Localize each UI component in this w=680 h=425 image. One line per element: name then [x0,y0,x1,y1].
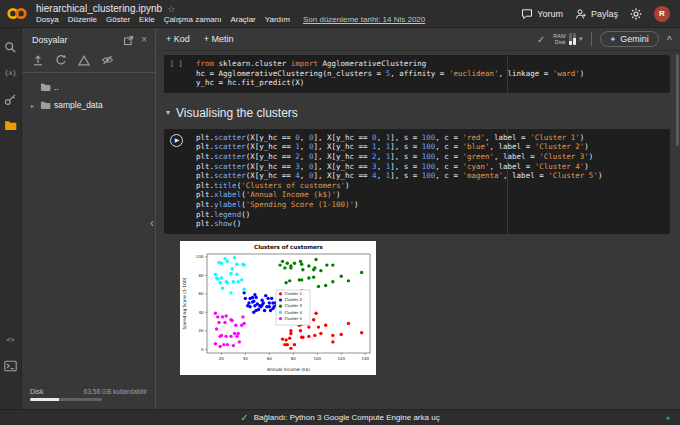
svg-text:Cluster 3: Cluster 3 [285,303,303,308]
disk-label: Disk [30,388,44,395]
add-text-button[interactable]: + Metin [204,34,234,44]
variables-icon: {x} [4,69,17,77]
files-tab-button[interactable] [4,118,18,132]
open-in-tab-button[interactable] [123,35,134,46]
main-area: {x} <> Dosyalar × [0,28,680,409]
connection-status-text[interactable]: Bağlandı: Python 3 Google Compute Engine… [254,413,440,422]
disk-usage-bar [30,398,102,401]
share-button[interactable]: Paylaş [575,8,618,20]
open-in-new-icon [123,35,134,46]
svg-text:Spending Score (1-100): Spending Score (1-100) [182,277,187,329]
toggle-hidden-files-button[interactable] [101,54,114,66]
files-panel: Dosyalar × ..▸sample [22,28,156,409]
mount-drive-button[interactable] [78,55,90,66]
chevron-down-icon[interactable]: ▾ [166,108,170,117]
output-chart: Clusters of customers2040608010012014002… [180,241,376,375]
svg-text:20: 20 [198,328,204,333]
menu-göster[interactable]: Göster [106,15,130,25]
resources-button[interactable]: RAM Disk ▾ [553,33,582,45]
close-panel-button[interactable]: × [141,35,147,45]
settings-button[interactable] [630,8,642,20]
svg-text:60: 60 [198,291,204,296]
svg-text:80: 80 [198,272,204,277]
notebook-toolbar: + Kod + Metin ✓ RAM Disk ▾ ✦ [156,28,680,51]
code-editor-2[interactable]: plt.scatter(X[y_hc == 0, 0], X[y_hc == 0… [196,133,664,229]
collapse-header-button[interactable]: ^ [667,34,672,44]
add-code-button[interactable]: + Kod [166,34,190,44]
saved-check-icon: ✓ [537,34,545,45]
svg-text:60: 60 [267,355,273,360]
svg-text:40: 40 [243,355,249,360]
svg-text:Annual Income (k$): Annual Income (k$) [267,367,310,372]
toolbar-divider [591,32,592,46]
disk-usage-fill [30,398,59,401]
status-bar: ✓ Bağlandı: Python 3 Google Compute Engi… [0,409,680,425]
drive-icon [78,55,90,66]
menubar: DosyaDüzenleGösterEkleÇalışma zamanıAraç… [36,15,425,25]
header-right: Yorum Paylaş R [521,6,670,22]
left-icon-strip: {x} <> [0,28,22,409]
search-tab-button[interactable] [4,40,18,54]
title-block: hierarchical_clustering.ipynb ☆ DosyaDüz… [36,3,425,25]
collapse-panel-button[interactable]: ‹ [150,216,154,230]
avatar[interactable]: R [654,6,670,22]
refresh-files-button[interactable] [55,54,67,66]
variables-tab-button[interactable]: {x} [4,66,18,80]
svg-text:Cluster 2: Cluster 2 [285,297,303,302]
last-edited-link[interactable]: Son düzenleme tarihi: 14 Nis 2020 [303,15,425,25]
menu-çalışma-zamanı[interactable]: Çalışma zamanı [164,15,222,25]
svg-text:Cluster 5: Cluster 5 [285,316,303,321]
person-add-icon [575,8,587,20]
secrets-tab-button[interactable] [4,92,18,106]
menu-dosya[interactable]: Dosya [36,15,59,25]
comment-icon [521,8,533,20]
svg-text:80: 80 [291,355,297,360]
files-panel-actions [22,52,155,73]
tree-item-sample_data[interactable]: ▸sample_data [26,98,151,112]
play-icon: ▶ [175,137,180,143]
sparkle-icon: ✦ [610,35,617,44]
code-snippets-icon: <> [6,336,14,344]
menu-ekle[interactable]: Ekle [139,15,155,25]
refresh-icon [55,54,67,66]
tree-item-[interactable]: .. [26,80,151,94]
menu-düzenle[interactable]: Düzenle [68,15,97,25]
upload-file-button[interactable] [32,54,44,66]
svg-text:Cluster 4: Cluster 4 [285,309,303,314]
gemini-button[interactable]: ✦ Gemini [600,31,659,47]
menu-araçlar[interactable]: Araçlar [230,15,255,25]
comment-button[interactable]: Yorum [521,8,563,20]
folder-icon [40,100,51,110]
svg-text:Cluster 1: Cluster 1 [285,291,303,296]
section-heading-text: Visualising the clusters [176,106,298,120]
dropdown-icon: ▾ [579,35,583,43]
resource-meter [569,33,577,45]
svg-text:100: 100 [196,254,204,259]
code-cell-2[interactable]: ▶ plt.scatter(X[y_hc == 0, 0], X[y_hc ==… [164,129,670,234]
svg-text:Clusters of customers: Clusters of customers [254,244,324,250]
infinity-logo-icon [6,6,28,21]
connected-check-icon: ✓ [240,412,248,423]
folder-icon [40,82,51,92]
run-cell-button[interactable]: ▶ [170,134,183,147]
menu-yardım[interactable]: Yardım [265,15,290,25]
colab-logo[interactable] [6,6,28,21]
key-icon [4,93,17,106]
file-tree: ..▸sample_data [22,73,155,119]
svg-text:120: 120 [337,355,345,360]
code-cell-1[interactable]: [ ] from sklearn.cluster import Agglomer… [164,55,670,93]
notebook-title[interactable]: hierarchical_clustering.ipynb [36,3,162,15]
disk-available: 63.58 GB kullanılabilir [84,388,147,395]
terminal-button[interactable] [4,359,18,373]
star-icon[interactable]: ☆ [167,3,175,15]
cell-run-indicator[interactable]: [ ] [170,60,183,68]
eye-off-icon [101,54,114,66]
scrollbar-thumb[interactable] [676,54,679,146]
code-editor-1[interactable]: from sklearn.cluster import Agglomerativ… [196,59,664,88]
code-snippets-button[interactable]: <> [4,333,18,347]
gear-icon [630,8,642,20]
section-heading[interactable]: ▾ Visualising the clusters [166,106,668,120]
disk-label-toolbar: Disk [553,39,565,45]
disk-usage: Disk 63.58 GB kullanılabilir [22,384,155,409]
app-header: hierarchical_clustering.ipynb ☆ DosyaDüz… [0,0,680,28]
